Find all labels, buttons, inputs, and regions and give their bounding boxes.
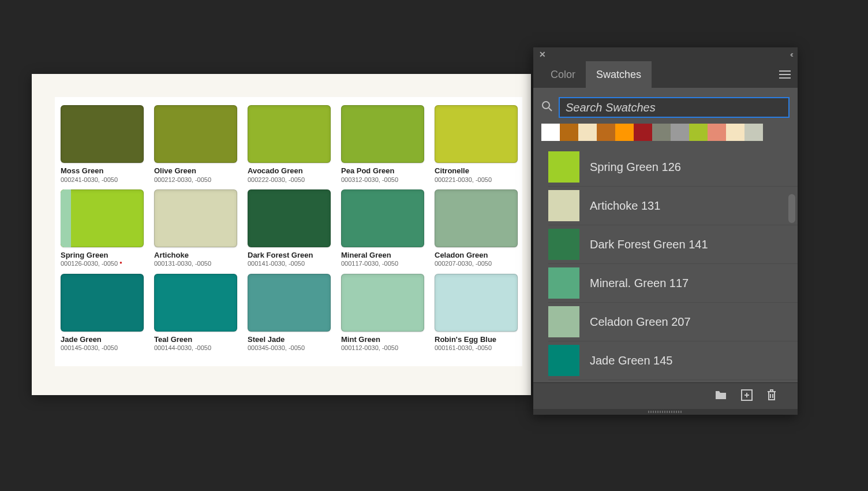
- recent-color-chip[interactable]: [744, 124, 763, 141]
- recent-color-chip[interactable]: [597, 124, 615, 141]
- swatch-name: Robin's Egg Blue: [435, 335, 518, 344]
- swatch-cell[interactable]: Dark Forest Green000141-0030, -0050: [248, 189, 331, 268]
- swatch-name: Celadon Green: [435, 251, 518, 260]
- swatch-cell[interactable]: Pea Pod Green000312-0030, -0050: [341, 105, 424, 184]
- canvas-document[interactable]: Moss Green000241-0030, -0050Olive Green0…: [32, 74, 531, 395]
- swatch-name: Spring Green: [61, 251, 144, 260]
- swatch-chip[interactable]: [61, 105, 144, 163]
- swatch-chip[interactable]: [61, 189, 144, 247]
- recent-color-chip[interactable]: [615, 124, 634, 141]
- trash-icon[interactable]: [766, 389, 777, 404]
- swatch-code: 000241-0030, -0050: [61, 176, 144, 184]
- swatch-list-item[interactable]: Jade Green 145: [548, 341, 798, 380]
- swatch-name: Citronelle: [435, 166, 518, 176]
- search-input[interactable]: [559, 97, 790, 118]
- swatch-list[interactable]: Spring Green 126Artichoke 131Dark Forest…: [533, 148, 798, 382]
- list-label: Celadon Green 207: [590, 315, 691, 329]
- new-swatch-icon[interactable]: [741, 389, 753, 403]
- swatch-code: 000144-0030, -0050: [154, 344, 237, 352]
- list-label: Mineral. Green 117: [590, 277, 689, 290]
- swatch-cell[interactable]: Teal Green000144-0030, -0050: [154, 274, 237, 352]
- swatch-name: Dark Forest Green: [248, 251, 331, 260]
- recent-color-chip[interactable]: [708, 124, 726, 141]
- close-icon[interactable]: ✕: [539, 50, 546, 59]
- list-chip: [548, 345, 579, 376]
- list-chip: [548, 229, 579, 260]
- swatch-chip[interactable]: [248, 189, 331, 247]
- list-label: Jade Green 145: [590, 354, 672, 367]
- search-icon: [541, 101, 553, 114]
- swatch-chip[interactable]: [154, 274, 237, 332]
- swatch-name: Artichoke: [154, 251, 237, 260]
- swatch-code: 000221-0030, -0050: [435, 176, 518, 184]
- swatch-name: Pea Pod Green: [341, 166, 424, 176]
- swatch-name: Moss Green: [61, 166, 144, 176]
- list-label: Spring Green 126: [590, 161, 681, 174]
- swatch-code: 000312-0030, -0050: [341, 176, 424, 184]
- swatch-code: 000141-0030, -0050: [248, 260, 331, 267]
- search-row: [533, 88, 798, 124]
- swatch-chip[interactable]: [341, 105, 424, 163]
- swatch-chip[interactable]: [435, 105, 518, 163]
- swatch-cell[interactable]: Olive Green000212-0030, -0050: [154, 105, 237, 184]
- swatch-cell[interactable]: Spring Green000126-0030, -0050: [61, 189, 144, 268]
- tab-swatches[interactable]: Swatches: [586, 61, 652, 88]
- folder-icon[interactable]: [714, 390, 727, 403]
- swatch-cell[interactable]: Citronelle000221-0030, -0050: [435, 105, 518, 184]
- swatch-chip[interactable]: [61, 274, 144, 332]
- swatch-code: 000345-0030, -0050: [248, 344, 331, 352]
- recent-colors-row: [533, 124, 798, 148]
- recent-color-chip[interactable]: [726, 124, 744, 141]
- recent-color-chip[interactable]: [560, 124, 578, 141]
- resize-grip[interactable]: [533, 409, 798, 415]
- swatch-chip[interactable]: [435, 274, 518, 332]
- swatch-cell[interactable]: Artichoke000131-0030, -0050: [154, 189, 237, 268]
- swatch-cell[interactable]: Moss Green000241-0030, -0050: [61, 105, 144, 184]
- swatch-code: 000145-0030, -0050: [61, 344, 144, 352]
- list-chip: [548, 306, 579, 337]
- swatch-list-item[interactable]: Artichoke 131: [548, 187, 798, 225]
- swatch-chip[interactable]: [154, 189, 237, 247]
- swatch-chip[interactable]: [154, 105, 237, 163]
- swatch-code: 000126-0030, -0050: [61, 260, 144, 267]
- swatch-list-item[interactable]: Spring Green 126: [548, 148, 798, 187]
- swatch-name: Olive Green: [154, 166, 237, 176]
- swatch-cell[interactable]: Steel Jade000345-0030, -0050: [248, 274, 331, 352]
- swatch-code: 000131-0030, -0050: [154, 260, 237, 267]
- swatch-chip[interactable]: [435, 189, 518, 247]
- swatch-code: 000212-0030, -0050: [154, 176, 237, 184]
- swatch-chip[interactable]: [341, 189, 424, 247]
- swatch-chip[interactable]: [341, 274, 424, 332]
- swatch-list-item[interactable]: Mineral. Green 117: [548, 264, 798, 303]
- panel-titlebar[interactable]: ✕ ‹‹: [533, 47, 798, 61]
- swatch-code: 000161-0030, -0050: [435, 344, 518, 352]
- swatch-cell[interactable]: Mineral Green000117-0030, -0050: [341, 189, 424, 268]
- swatch-name: Mineral Green: [341, 251, 424, 260]
- swatch-name: Steel Jade: [248, 335, 331, 344]
- swatch-cell[interactable]: Robin's Egg Blue000161-0030, -0050: [435, 274, 518, 352]
- swatch-name: Jade Green: [61, 335, 144, 344]
- list-chip: [548, 151, 579, 183]
- panel-menu-icon[interactable]: [779, 70, 791, 79]
- list-label: Artichoke 131: [590, 199, 660, 213]
- swatch-cell[interactable]: Mint Green000112-0030, -0050: [341, 274, 424, 352]
- recent-color-chip[interactable]: [689, 124, 708, 141]
- swatch-cell[interactable]: Avocado Green000222-0030, -0050: [248, 105, 331, 184]
- recent-color-chip[interactable]: [652, 124, 671, 141]
- swatch-list-item[interactable]: Dark Forest Green 141: [548, 225, 798, 264]
- list-chip: [548, 190, 579, 221]
- recent-color-chip[interactable]: [541, 124, 560, 141]
- list-chip: [548, 267, 579, 299]
- swatches-panel: ✕ ‹‹ Color Swatches Spring Green 126Arti…: [533, 47, 798, 415]
- recent-color-chip[interactable]: [634, 124, 652, 141]
- recent-color-chip[interactable]: [578, 124, 597, 141]
- swatch-list-item[interactable]: Celadon Green 207: [548, 303, 798, 341]
- swatch-cell[interactable]: Jade Green000145-0030, -0050: [61, 274, 144, 352]
- swatch-cell[interactable]: Celadon Green000207-0030, -0050: [435, 189, 518, 268]
- tab-color[interactable]: Color: [540, 61, 586, 88]
- scrollbar-thumb[interactable]: [788, 194, 795, 223]
- swatch-chip[interactable]: [248, 105, 331, 163]
- recent-color-chip[interactable]: [671, 124, 689, 141]
- swatch-chip[interactable]: [248, 274, 331, 332]
- collapse-icon[interactable]: ‹‹: [790, 50, 792, 59]
